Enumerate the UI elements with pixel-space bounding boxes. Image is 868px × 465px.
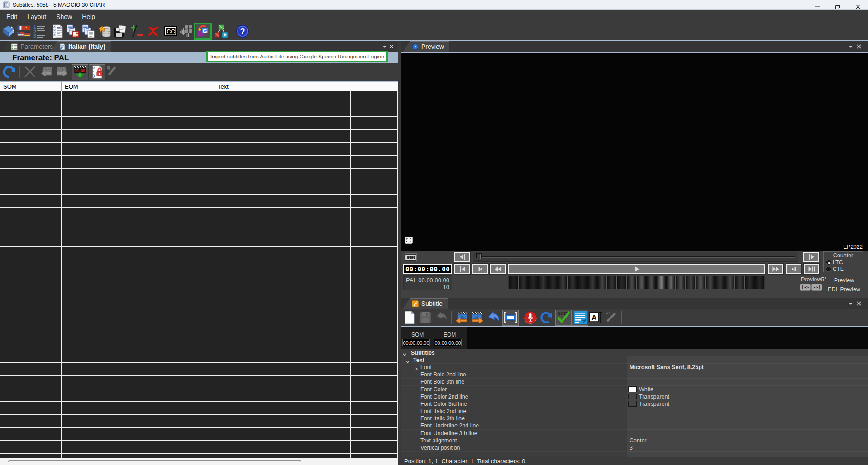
subtitle-cell[interactable] xyxy=(351,363,398,376)
import-from-video-button[interactable]: 88:88:8 xyxy=(72,64,88,80)
subtitle-cell[interactable] xyxy=(62,350,95,363)
subtitle-cell[interactable] xyxy=(95,259,351,272)
subtitle-cell[interactable] xyxy=(0,220,62,233)
property-value-cell[interactable]: Microsoft Sans Serif, 8.25pt xyxy=(627,364,868,371)
property-row-font-color-3rd-line[interactable]: Font Color 3rd lineTransparent xyxy=(401,400,868,408)
column-header-extra[interactable] xyxy=(351,82,398,91)
subtitle-list-button[interactable]: 123 xyxy=(33,24,46,38)
subtitle-row[interactable] xyxy=(0,195,398,208)
tab-subtitle[interactable]: Subtitle xyxy=(403,298,448,309)
save-subtitle-button[interactable] xyxy=(419,311,432,324)
property-value-cell[interactable]: Center xyxy=(627,437,868,444)
subtitle-cell[interactable] xyxy=(351,324,398,337)
subtitle-cell[interactable] xyxy=(62,247,95,260)
previous-frame-button[interactable] xyxy=(472,264,488,274)
open-project-button[interactable] xyxy=(2,24,15,38)
subtitle-cell[interactable] xyxy=(0,285,62,299)
subtitle-cell[interactable] xyxy=(0,441,62,454)
subtitle-cell[interactable] xyxy=(62,454,95,458)
property-row-font-underline-3th-line[interactable]: Font Underline 3th line xyxy=(401,430,868,437)
subtitle-cell[interactable] xyxy=(95,247,351,260)
panel-close-icon[interactable] xyxy=(388,43,395,50)
subtitle-cell[interactable] xyxy=(62,233,95,247)
next-clip-button[interactable] xyxy=(56,65,69,79)
subtitle-cell[interactable] xyxy=(0,117,62,130)
subtitle-row[interactable] xyxy=(0,402,398,415)
subtitle-cell[interactable] xyxy=(0,143,62,156)
new-subtitle-button[interactable] xyxy=(403,311,416,324)
tools-button[interactable] xyxy=(105,65,119,79)
subtitle-row[interactable] xyxy=(0,324,398,337)
subtitle-cell[interactable] xyxy=(0,169,62,182)
subtitle-cell[interactable] xyxy=(351,337,398,350)
copy-styled-button[interactable] xyxy=(66,24,80,38)
audio-windows-button[interactable] xyxy=(179,24,193,38)
subtitle-cell[interactable] xyxy=(95,91,351,104)
subtitle-cell[interactable] xyxy=(62,337,95,350)
subtitle-cell[interactable] xyxy=(351,441,398,454)
next-subtitle-button[interactable] xyxy=(471,311,484,324)
refresh-button[interactable] xyxy=(2,65,16,79)
subtitle-cell[interactable] xyxy=(62,156,95,169)
property-group-text[interactable]: Text xyxy=(401,356,868,364)
previous-clip-button[interactable] xyxy=(39,65,53,79)
close-button[interactable] xyxy=(848,0,868,10)
horizontal-scrollbar-thumb[interactable] xyxy=(8,460,301,462)
subtitle-cell[interactable] xyxy=(0,259,62,272)
subtitle-cell[interactable] xyxy=(351,285,398,299)
subtitle-cell[interactable] xyxy=(0,337,62,350)
subtitle-cell[interactable] xyxy=(351,220,398,233)
subtitle-cell[interactable] xyxy=(0,272,62,285)
subtitle-cell[interactable] xyxy=(95,220,351,233)
closed-captions-button[interactable]: CC xyxy=(164,24,177,38)
property-value-cell[interactable]: Transparent xyxy=(627,400,868,408)
property-row-font-bold-2nd-line[interactable]: Font Bold 2nd line xyxy=(401,371,868,379)
tab-preview[interactable]: Preview xyxy=(403,41,449,52)
chevron-down-icon[interactable] xyxy=(402,351,407,355)
eom-input[interactable]: 00:00:00.00 xyxy=(434,339,462,346)
revert-button[interactable] xyxy=(486,311,500,324)
subtitle-cell[interactable] xyxy=(62,298,95,311)
property-group-subtitles[interactable]: Subtitles xyxy=(401,349,868,356)
subtitle-cell[interactable] xyxy=(0,233,62,247)
subtitle-cell[interactable] xyxy=(351,143,398,156)
column-header-som[interactable]: SOM xyxy=(0,82,62,91)
restore-button[interactable] xyxy=(827,0,848,10)
subtitle-cell[interactable] xyxy=(0,311,62,324)
subtitle-cell[interactable] xyxy=(0,247,62,260)
subtitle-cell[interactable] xyxy=(351,208,398,221)
column-header-eom[interactable]: EOM xyxy=(62,82,95,91)
subtitle-cell[interactable] xyxy=(95,363,351,376)
subtitle-row[interactable] xyxy=(0,169,398,182)
som-input[interactable]: 00:00:00.00 xyxy=(402,339,430,346)
subtitle-cell[interactable] xyxy=(0,454,62,458)
menu-show[interactable]: Show xyxy=(56,13,72,20)
subtitle-cell[interactable] xyxy=(351,350,398,363)
subtitle-cell[interactable] xyxy=(62,143,95,156)
minimize-button[interactable] xyxy=(807,0,827,10)
panel-menu-caret[interactable] xyxy=(382,43,388,50)
subtitle-lines-button[interactable] xyxy=(572,310,588,326)
property-value-cell[interactable]: Transparent xyxy=(627,393,868,400)
seek-slider-track[interactable] xyxy=(479,256,795,258)
filmstrip-timeline[interactable] xyxy=(508,276,765,289)
property-row-font-bold-3th-line[interactable]: Font Bold 3th line xyxy=(401,379,868,386)
panel-menu-caret[interactable] xyxy=(848,300,854,307)
subtitle-cell[interactable] xyxy=(351,156,398,169)
go-to-start-button[interactable] xyxy=(454,264,470,274)
step-back-button[interactable] xyxy=(454,252,470,262)
subtitle-cell[interactable] xyxy=(95,208,351,221)
subtitle-cell[interactable] xyxy=(0,298,62,311)
subtitle-cell[interactable] xyxy=(62,376,95,389)
subtitle-cell[interactable] xyxy=(62,208,95,221)
property-row-font-italic-2nd-line[interactable]: Font Italic 2nd line xyxy=(401,408,868,415)
save-file-button[interactable] xyxy=(113,24,127,38)
subtitle-cell[interactable] xyxy=(0,363,62,376)
record-audio-button[interactable] xyxy=(524,311,537,324)
subtitle-cell[interactable] xyxy=(95,169,351,182)
subtitle-cell[interactable] xyxy=(0,208,62,221)
property-value-cell[interactable] xyxy=(627,371,868,379)
subtitle-cell[interactable] xyxy=(62,169,95,182)
subtitle-cell[interactable] xyxy=(95,143,351,156)
subtitle-row[interactable] xyxy=(0,247,398,260)
